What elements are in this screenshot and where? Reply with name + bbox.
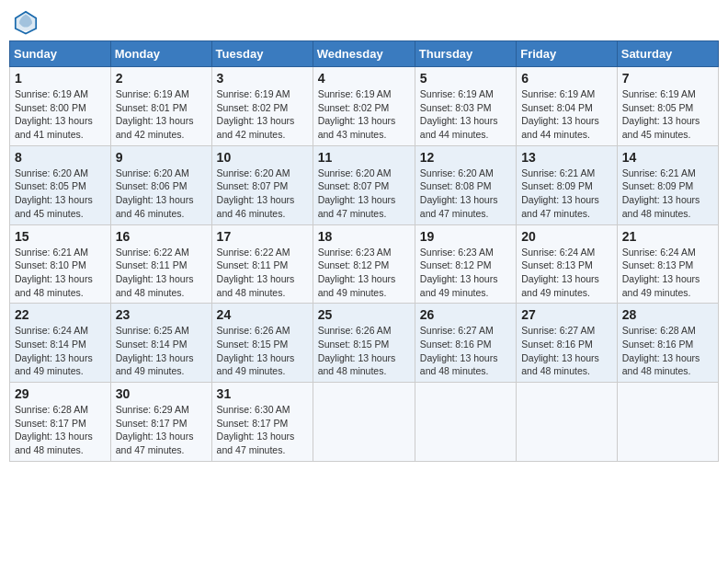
day-number: 9 — [116, 150, 207, 165]
calendar-cell: 19Sunrise: 6:23 AM Sunset: 8:12 PM Dayli… — [415, 224, 516, 304]
day-info: Sunrise: 6:24 AM Sunset: 8:13 PM Dayligh… — [622, 246, 713, 300]
day-number: 26 — [420, 307, 511, 322]
page-header — [9, 9, 719, 35]
calendar-cell: 17Sunrise: 6:22 AM Sunset: 8:11 PM Dayli… — [211, 224, 313, 304]
calendar-cell: 26Sunrise: 6:27 AM Sunset: 8:16 PM Dayli… — [415, 304, 516, 383]
day-info: Sunrise: 6:24 AM Sunset: 8:13 PM Dayligh… — [521, 246, 612, 300]
day-info: Sunrise: 6:20 AM Sunset: 8:07 PM Dayligh… — [318, 167, 410, 221]
calendar-cell: 14Sunrise: 6:21 AM Sunset: 8:09 PM Dayli… — [617, 145, 718, 224]
day-number: 18 — [318, 229, 410, 244]
day-number: 6 — [521, 71, 612, 86]
day-number: 16 — [116, 229, 207, 244]
day-number: 10 — [217, 150, 308, 165]
day-number: 14 — [622, 150, 713, 165]
calendar-header-friday: Friday — [517, 41, 618, 67]
calendar-header-saturday: Saturday — [617, 41, 718, 67]
day-number: 25 — [318, 307, 410, 322]
day-info: Sunrise: 6:23 AM Sunset: 8:12 PM Dayligh… — [420, 246, 511, 300]
logo — [13, 9, 42, 35]
day-number: 29 — [15, 386, 106, 401]
day-info: Sunrise: 6:27 AM Sunset: 8:16 PM Dayligh… — [420, 324, 511, 378]
day-info: Sunrise: 6:21 AM Sunset: 8:09 PM Dayligh… — [622, 167, 713, 221]
calendar-week-row: 15Sunrise: 6:21 AM Sunset: 8:10 PM Dayli… — [10, 224, 719, 304]
day-number: 7 — [622, 71, 713, 86]
calendar-cell: 8Sunrise: 6:20 AM Sunset: 8:05 PM Daylig… — [10, 145, 111, 224]
day-number: 3 — [217, 71, 308, 86]
calendar-cell — [415, 383, 516, 462]
day-info: Sunrise: 6:28 AM Sunset: 8:17 PM Dayligh… — [15, 403, 106, 457]
day-info: Sunrise: 6:19 AM Sunset: 8:02 PM Dayligh… — [318, 87, 410, 142]
calendar-cell: 2Sunrise: 6:19 AM Sunset: 8:01 PM Daylig… — [110, 67, 211, 146]
day-info: Sunrise: 6:22 AM Sunset: 8:11 PM Dayligh… — [116, 246, 207, 300]
calendar-table: SundayMondayTuesdayWednesdayThursdayFrid… — [9, 40, 719, 462]
day-number: 22 — [15, 307, 106, 322]
day-info: Sunrise: 6:19 AM Sunset: 8:03 PM Dayligh… — [420, 87, 511, 142]
calendar-cell: 12Sunrise: 6:20 AM Sunset: 8:08 PM Dayli… — [415, 145, 516, 224]
day-number: 12 — [420, 150, 511, 165]
day-info: Sunrise: 6:20 AM Sunset: 8:05 PM Dayligh… — [15, 167, 106, 221]
calendar-cell: 11Sunrise: 6:20 AM Sunset: 8:07 PM Dayli… — [313, 145, 415, 224]
day-info: Sunrise: 6:19 AM Sunset: 8:05 PM Dayligh… — [622, 87, 713, 142]
calendar-cell: 29Sunrise: 6:28 AM Sunset: 8:17 PM Dayli… — [10, 383, 111, 462]
calendar-cell: 24Sunrise: 6:26 AM Sunset: 8:15 PM Dayli… — [211, 304, 313, 383]
day-info: Sunrise: 6:21 AM Sunset: 8:10 PM Dayligh… — [15, 246, 106, 300]
day-info: Sunrise: 6:20 AM Sunset: 8:06 PM Dayligh… — [116, 167, 207, 221]
calendar-cell — [617, 383, 718, 462]
calendar-header-tuesday: Tuesday — [211, 41, 313, 67]
day-number: 20 — [521, 229, 612, 244]
day-number: 1 — [15, 71, 106, 86]
day-info: Sunrise: 6:28 AM Sunset: 8:16 PM Dayligh… — [622, 324, 713, 378]
calendar-cell: 6Sunrise: 6:19 AM Sunset: 8:04 PM Daylig… — [517, 67, 618, 146]
calendar-cell: 7Sunrise: 6:19 AM Sunset: 8:05 PM Daylig… — [617, 67, 718, 146]
calendar-cell: 3Sunrise: 6:19 AM Sunset: 8:02 PM Daylig… — [211, 67, 313, 146]
day-number: 19 — [420, 229, 511, 244]
day-info: Sunrise: 6:21 AM Sunset: 8:09 PM Dayligh… — [521, 167, 612, 221]
calendar-cell — [517, 383, 618, 462]
day-info: Sunrise: 6:23 AM Sunset: 8:12 PM Dayligh… — [318, 246, 410, 300]
day-info: Sunrise: 6:26 AM Sunset: 8:15 PM Dayligh… — [217, 324, 308, 378]
calendar-cell: 5Sunrise: 6:19 AM Sunset: 8:03 PM Daylig… — [415, 67, 516, 146]
day-number: 17 — [217, 229, 308, 244]
day-number: 31 — [217, 386, 308, 401]
day-number: 28 — [622, 307, 713, 322]
calendar-cell: 18Sunrise: 6:23 AM Sunset: 8:12 PM Dayli… — [313, 224, 415, 304]
day-info: Sunrise: 6:25 AM Sunset: 8:14 PM Dayligh… — [116, 324, 207, 378]
calendar-week-row: 29Sunrise: 6:28 AM Sunset: 8:17 PM Dayli… — [10, 383, 719, 462]
calendar-cell: 23Sunrise: 6:25 AM Sunset: 8:14 PM Dayli… — [110, 304, 211, 383]
day-number: 21 — [622, 229, 713, 244]
day-number: 23 — [116, 307, 207, 322]
day-info: Sunrise: 6:22 AM Sunset: 8:11 PM Dayligh… — [217, 246, 308, 300]
calendar-header-sunday: Sunday — [10, 41, 111, 67]
calendar-cell: 28Sunrise: 6:28 AM Sunset: 8:16 PM Dayli… — [617, 304, 718, 383]
day-number: 11 — [318, 150, 410, 165]
calendar-week-row: 8Sunrise: 6:20 AM Sunset: 8:05 PM Daylig… — [10, 145, 719, 224]
calendar-cell: 13Sunrise: 6:21 AM Sunset: 8:09 PM Dayli… — [517, 145, 618, 224]
calendar-week-row: 1Sunrise: 6:19 AM Sunset: 8:00 PM Daylig… — [10, 67, 719, 146]
day-info: Sunrise: 6:20 AM Sunset: 8:08 PM Dayligh… — [420, 167, 511, 221]
day-info: Sunrise: 6:27 AM Sunset: 8:16 PM Dayligh… — [521, 324, 612, 378]
calendar-cell: 31Sunrise: 6:30 AM Sunset: 8:17 PM Dayli… — [211, 383, 313, 462]
day-info: Sunrise: 6:19 AM Sunset: 8:01 PM Dayligh… — [116, 87, 207, 142]
day-number: 5 — [420, 71, 511, 86]
day-number: 2 — [116, 71, 207, 86]
calendar-header-row: SundayMondayTuesdayWednesdayThursdayFrid… — [10, 41, 719, 67]
day-number: 13 — [521, 150, 612, 165]
day-info: Sunrise: 6:19 AM Sunset: 8:02 PM Dayligh… — [217, 87, 308, 142]
calendar-cell: 25Sunrise: 6:26 AM Sunset: 8:15 PM Dayli… — [313, 304, 415, 383]
calendar-cell: 16Sunrise: 6:22 AM Sunset: 8:11 PM Dayli… — [110, 224, 211, 304]
calendar-week-row: 22Sunrise: 6:24 AM Sunset: 8:14 PM Dayli… — [10, 304, 719, 383]
calendar-header-monday: Monday — [110, 41, 211, 67]
day-info: Sunrise: 6:29 AM Sunset: 8:17 PM Dayligh… — [116, 403, 207, 457]
day-number: 27 — [521, 307, 612, 322]
calendar-cell: 21Sunrise: 6:24 AM Sunset: 8:13 PM Dayli… — [617, 224, 718, 304]
day-info: Sunrise: 6:20 AM Sunset: 8:07 PM Dayligh… — [217, 167, 308, 221]
day-number: 15 — [15, 229, 106, 244]
calendar-cell: 10Sunrise: 6:20 AM Sunset: 8:07 PM Dayli… — [211, 145, 313, 224]
general-blue-icon — [13, 9, 39, 35]
calendar-header-thursday: Thursday — [415, 41, 516, 67]
day-number: 30 — [116, 386, 207, 401]
day-number: 8 — [15, 150, 106, 165]
calendar-cell: 22Sunrise: 6:24 AM Sunset: 8:14 PM Dayli… — [10, 304, 111, 383]
calendar-cell: 27Sunrise: 6:27 AM Sunset: 8:16 PM Dayli… — [517, 304, 618, 383]
day-number: 4 — [318, 71, 410, 86]
